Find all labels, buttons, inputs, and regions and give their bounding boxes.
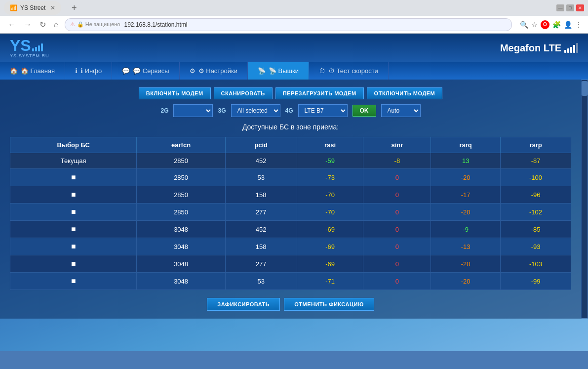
select-2g[interactable] xyxy=(173,104,213,117)
rssi-cell: -73 xyxy=(297,169,363,186)
table-row[interactable]: ■3048452-690-9-85 xyxy=(10,221,571,238)
select-3g[interactable]: All selected xyxy=(231,104,280,117)
scrollbar[interactable] xyxy=(581,80,588,319)
nav-item-services[interactable]: 💬 💬 Сервисы xyxy=(112,62,179,80)
reload-button[interactable]: ↻ xyxy=(38,18,48,31)
home-button[interactable]: ⌂ xyxy=(52,18,61,31)
nav-item-towers[interactable]: 📡 📡 Вышки xyxy=(248,62,309,80)
new-tab-button[interactable]: + xyxy=(67,1,81,15)
rsrq-cell: -20 xyxy=(431,273,501,290)
table-row[interactable]: ■2850277-700-20-102 xyxy=(10,204,571,221)
browser-chrome: 📶 YS Street ✕ + — □ ✕ ← → ↻ ⌂ ⚠ 🔒 Не защ… xyxy=(0,0,588,34)
rssi-cell: -59 xyxy=(297,153,363,169)
close-button[interactable]: ✕ xyxy=(576,4,584,11)
maximize-button[interactable]: □ xyxy=(566,4,574,11)
rssi-cell: -71 xyxy=(297,273,363,290)
rsrp-cell: -93 xyxy=(501,238,571,255)
earfcn-cell: 2850 xyxy=(137,169,225,186)
rsrq-cell: -13 xyxy=(431,238,501,255)
rsrp-cell: -96 xyxy=(501,186,571,204)
rssi-cell: -69 xyxy=(297,255,363,273)
rsrp-cell: -85 xyxy=(501,221,571,238)
earfcn-cell: 3048 xyxy=(137,221,225,238)
menu-icon[interactable]: ⋮ xyxy=(575,21,582,29)
tab-favicon: 📶 xyxy=(10,4,17,11)
sinr-cell: -8 xyxy=(363,153,431,169)
rsrp-cell: -102 xyxy=(501,204,571,221)
search-icon: 🔍 xyxy=(520,21,528,29)
bs-select-cell[interactable]: ■ xyxy=(10,169,137,186)
nav-item-home[interactable]: 🏠 🏠 Главная xyxy=(0,62,65,80)
current-bs-cell: Текущая xyxy=(10,153,137,169)
rsrp-cell: -100 xyxy=(501,169,571,186)
bs-select-cell[interactable]: ■ xyxy=(10,221,137,238)
col-header-pcid: pcid xyxy=(225,137,297,153)
rssi-cell: -69 xyxy=(297,221,363,238)
speedtest-icon: ⏱ xyxy=(319,67,325,75)
col-header-rsrp: rsrp xyxy=(501,137,571,153)
fix-button[interactable]: ЗАФИКСИРОВАТЬ xyxy=(207,298,280,311)
rsrq-cell: -9 xyxy=(431,221,501,238)
pcid-cell: 452 xyxy=(225,153,297,169)
services-icon: 💬 xyxy=(122,67,130,75)
sinr-cell: 0 xyxy=(363,273,431,290)
disable-modem-button[interactable]: ОТКЛЮЧИТЬ МОДЕМ xyxy=(367,87,443,99)
scan-button[interactable]: СКАНИРОВАТЬ xyxy=(214,87,273,99)
select-row: 2G 3G All selected 4G LTE B7 OK Auto xyxy=(160,104,420,117)
enable-modem-button[interactable]: ВКЛЮЧИТЬ МОДЕМ xyxy=(139,87,211,99)
earfcn-cell: 2850 xyxy=(137,204,225,221)
bs-select-cell[interactable]: ■ xyxy=(10,204,137,221)
reboot-modem-button[interactable]: ПЕРЕЗАГРУЗИТЬ МОДЕМ xyxy=(275,87,364,99)
earfcn-cell: 2850 xyxy=(137,153,225,169)
table-title: Доступные БС в зоне приема: xyxy=(10,123,571,131)
table-row[interactable]: ■285053-730-20-100 xyxy=(10,169,571,186)
bs-select-cell[interactable]: ■ xyxy=(10,186,137,204)
settings-icon: ⚙ xyxy=(190,67,196,75)
logo-text: YS xyxy=(10,38,31,53)
info-icon: ℹ xyxy=(75,67,78,75)
select-auto[interactable]: Auto xyxy=(381,104,421,117)
nav-item-info[interactable]: ℹ ℹ Инфо xyxy=(65,62,112,80)
earfcn-cell: 2850 xyxy=(137,186,225,204)
pcid-cell: 277 xyxy=(225,204,297,221)
ok-button[interactable]: OK xyxy=(353,105,376,117)
bookmark-icon[interactable]: ☆ xyxy=(531,21,538,29)
select-4g[interactable]: LTE B7 xyxy=(298,104,348,117)
pcid-cell: 53 xyxy=(225,169,297,186)
address-bar: ← → ↻ ⌂ ⚠ 🔒 Не защищено 192.168.8.1/stat… xyxy=(0,16,588,34)
rssi-cell: -70 xyxy=(297,186,363,204)
controls-section: ВКЛЮЧИТЬ МОДЕМ СКАНИРОВАТЬ ПЕРЕЗАГРУЗИТЬ… xyxy=(10,87,571,117)
sinr-cell: 0 xyxy=(363,238,431,255)
forward-button[interactable]: → xyxy=(22,18,34,31)
tab-close-icon[interactable]: ✕ xyxy=(50,4,55,11)
bs-select-cell[interactable]: ■ xyxy=(10,238,137,255)
col-header-sinr: sinr xyxy=(363,137,431,153)
pcid-cell: 277 xyxy=(225,255,297,273)
profile-icon[interactable]: 👤 xyxy=(564,21,572,29)
rssi-cell: -70 xyxy=(297,204,363,221)
minimize-button[interactable]: — xyxy=(556,4,564,11)
nav-item-settings[interactable]: ⚙ ⚙ Настройки xyxy=(180,62,248,80)
bs-select-cell[interactable]: ■ xyxy=(10,255,137,273)
ssl-warning-icon: ⚠ xyxy=(70,21,75,28)
unfix-button[interactable]: ОТМЕНИТЬ ФИКСАЦИЮ xyxy=(284,298,374,311)
rssi-cell: -69 xyxy=(297,238,363,255)
window-controls: — □ ✕ xyxy=(556,4,584,11)
table-row[interactable]: ■3048158-690-13-93 xyxy=(10,238,571,255)
ssl-warning-text: 🔒 Не защищено xyxy=(77,21,120,28)
bottom-buttons: ЗАФИКСИРОВАТЬ ОТМЕНИТЬ ФИКСАЦИЮ xyxy=(10,298,571,311)
table-row[interactable]: ■304853-710-20-99 xyxy=(10,273,571,290)
table-row[interactable]: ■2850158-700-17-96 xyxy=(10,186,571,204)
home-icon: 🏠 xyxy=(10,67,18,75)
earfcn-cell: 3048 xyxy=(137,273,225,290)
extensions-icon[interactable]: 🧩 xyxy=(552,21,561,29)
rsrq-cell: -20 xyxy=(431,204,501,221)
nav-item-speedtest[interactable]: ⏱ ⏱ Тест скорости xyxy=(309,62,389,80)
bs-select-cell[interactable]: ■ xyxy=(10,273,137,290)
table-row[interactable]: ■3048277-690-20-103 xyxy=(10,255,571,273)
back-button[interactable]: ← xyxy=(6,18,18,31)
address-url[interactable]: 192.168.8.1/station.html xyxy=(124,21,187,28)
sinr-cell: 0 xyxy=(363,255,431,273)
sinr-cell: 0 xyxy=(363,221,431,238)
pcid-cell: 53 xyxy=(225,273,297,290)
